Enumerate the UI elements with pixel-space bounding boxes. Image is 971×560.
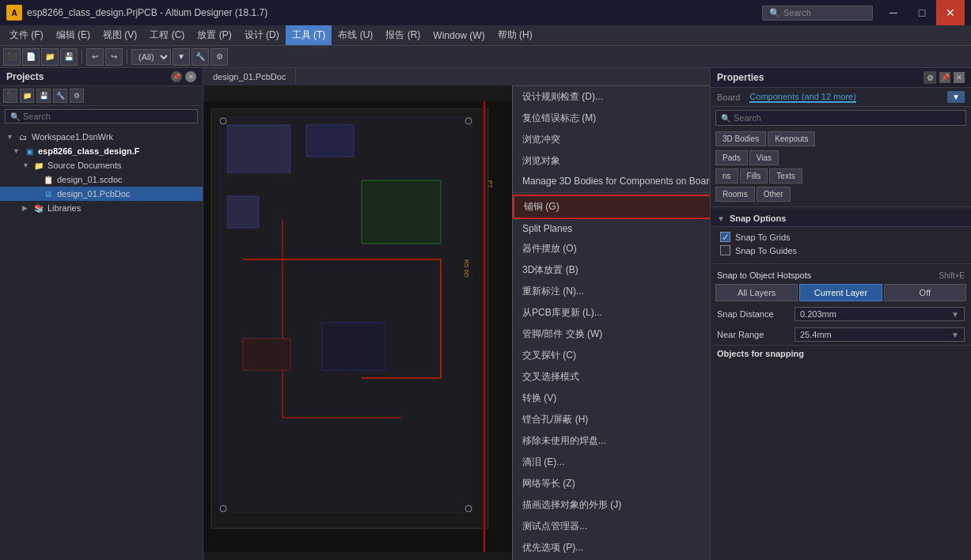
menu-item-cross-probe[interactable]: 交叉探针 (C) <box>513 345 710 366</box>
filter-pads[interactable]: Pads <box>715 150 748 165</box>
filter-texts[interactable]: Texts <box>769 168 802 184</box>
panel-pin-button[interactable]: 📌 <box>171 71 182 82</box>
filter-other[interactable]: Other <box>757 187 791 202</box>
tree-workspace[interactable]: ▼ 🗂 Workspace1.DsnWrk <box>0 130 203 144</box>
snap-to-guides-checkbox[interactable] <box>720 245 730 255</box>
projects-search-box[interactable]: 🔍 <box>5 109 198 123</box>
pcb-tab[interactable]: design_01.PcbDoc <box>203 69 296 85</box>
filter-vias[interactable]: Vias <box>749 150 779 165</box>
snap-distance-value[interactable]: 0.203mm ▼ <box>795 307 965 321</box>
menu-edit[interactable]: 编辑 (E) <box>50 25 97 45</box>
divider-1 <box>711 206 971 207</box>
proj-tb-btn-4[interactable]: 🔧 <box>53 89 67 103</box>
comp-filter-row-3: ns Fills Texts <box>711 167 971 185</box>
undo-button[interactable]: ↩ <box>86 48 104 66</box>
minimize-button[interactable]: ─ <box>879 0 908 25</box>
proj-tb-btn-3[interactable]: 💾 <box>36 89 51 103</box>
props-search-box[interactable]: 🔍 <box>715 110 966 126</box>
toolbar-btn-4[interactable]: 💾 <box>60 48 78 66</box>
menu-item-teardrops[interactable]: 滴泪 (E)... <box>513 452 710 473</box>
menu-item-browse-obj[interactable]: 浏览对象Shift+X <box>513 150 710 172</box>
menu-item-split-planes[interactable]: Split Planes▶ <box>513 219 710 238</box>
redo-button[interactable]: ↪ <box>105 48 123 66</box>
snap-current-layer-btn[interactable]: Current Layer <box>799 284 882 301</box>
toolbar-btn-1[interactable]: ⬛ <box>3 48 21 66</box>
tree-schdoc[interactable]: ▶ 📋 design_01.scdoc <box>0 172 203 187</box>
filter-keepouts[interactable]: Keepouts <box>768 131 815 146</box>
menu-place[interactable]: 放置 (P) <box>191 25 237 45</box>
tab-board[interactable]: Board <box>717 93 740 102</box>
menu-item-drc[interactable]: 设计规则检查 (D)... <box>513 86 710 108</box>
menu-item-preferences[interactable]: 优先选项 (P)... <box>513 537 710 558</box>
menu-item-update-lib[interactable]: 从PCB库更新 (L)... <box>513 302 710 324</box>
tree-expand-arrow: ▶ <box>22 204 30 212</box>
tree-source-docs[interactable]: ▼ 📁 Source Documents <box>0 158 203 172</box>
tab-components[interactable]: Components (and 12 more) <box>749 92 856 103</box>
schematic-icon: 📋 <box>43 174 54 185</box>
props-pin-button[interactable]: 📌 <box>939 72 950 83</box>
toolbar-btn-3[interactable]: 📁 <box>41 48 59 66</box>
filter-fills[interactable]: Fills <box>740 168 768 184</box>
menu-item-reset-err[interactable]: 复位错误标志 (M) <box>513 108 710 129</box>
projects-search-input[interactable] <box>23 112 192 121</box>
filter-3d-bodies[interactable]: 3D Bodies <box>715 131 766 146</box>
close-button[interactable]: ✕ <box>936 0 965 25</box>
menu-item-testpoint[interactable]: 测试点管理器... <box>513 516 710 537</box>
menu-item-3d-bodies[interactable]: Manage 3D Bodies for Components on Board… <box>513 172 710 191</box>
snap-options-header[interactable]: ▼ Snap Options <box>711 210 971 227</box>
workspace-label: Workspace1.DsnWrk <box>32 132 113 142</box>
menu-tools[interactable]: 工具 (T) <box>286 25 332 45</box>
snap-off-btn[interactable]: Off <box>884 284 966 301</box>
menu-route[interactable]: 布线 (U) <box>332 25 379 45</box>
snap-all-layers-btn[interactable]: All Layers <box>715 284 798 301</box>
filter-rooms[interactable]: Rooms <box>715 187 755 202</box>
filter-button[interactable]: ▼ <box>947 91 965 103</box>
proj-tb-btn-5[interactable]: ⚙ <box>70 89 84 103</box>
snap-dist-dropdown-arrow: ▼ <box>951 310 959 319</box>
toolbar-btn-2[interactable]: 📄 <box>22 48 40 66</box>
menu-view[interactable]: 视图 (V) <box>97 25 143 45</box>
proj-tb-btn-1[interactable]: ⬛ <box>3 89 17 103</box>
toolbar-sep-2 <box>127 50 127 64</box>
menu-help[interactable]: 帮助 (H) <box>491 25 539 45</box>
workspace-icon: 🗂 <box>17 131 28 142</box>
tree-project[interactable]: ▼ ▣ esp8266_class_design.F <box>0 144 203 158</box>
maximize-button[interactable]: □ <box>908 0 936 25</box>
menu-item-net-length[interactable]: 网络等长 (Z) <box>513 473 710 494</box>
menu-item-renumber[interactable]: 重新标注 (N)... <box>513 281 710 302</box>
search-icon: 🔍 <box>769 8 780 18</box>
props-settings-icon[interactable]: ⚙ <box>924 71 936 84</box>
menu-file[interactable]: 文件 (F) <box>3 25 50 45</box>
zoom-dropdown[interactable]: (All) <box>131 49 171 65</box>
menu-reports[interactable]: 报告 (R) <box>379 25 427 45</box>
menu-project[interactable]: 工程 (C) <box>143 25 191 45</box>
menu-item-browse-conflict[interactable]: 浏览冲突Shift+V <box>513 129 710 150</box>
props-search-input[interactable] <box>734 113 961 123</box>
menu-design[interactable]: 设计 (D) <box>238 25 286 45</box>
title-search[interactable]: 🔍 Search <box>762 6 873 21</box>
props-close-button[interactable]: ✕ <box>954 72 965 83</box>
menu-item-remove-pads[interactable]: 移除未使用的焊盘... <box>513 430 710 452</box>
menu-item-convert[interactable]: 转换 (V)▶ <box>513 388 710 409</box>
menu-item-cutout[interactable]: 镗合孔/屏蔽 (H)▶ <box>513 409 710 430</box>
snap-to-grids-checkbox[interactable]: ✓ <box>720 232 730 242</box>
menu-window[interactable]: Window (W) <box>427 27 491 44</box>
proj-tb-btn-2[interactable]: 📁 <box>20 89 34 103</box>
snap-to-guides-label: Snap To Guides <box>735 246 797 255</box>
menu-item-outline[interactable]: 描画选择对象的外形 (J) <box>513 494 710 516</box>
tree-libraries[interactable]: ▶ 📚 Libraries <box>0 201 203 215</box>
menu-item-copper-pour[interactable]: 铺铜 (G)▶ <box>513 195 710 219</box>
toolbar-filter-1[interactable]: ▼ <box>173 48 190 66</box>
filter-ns[interactable]: ns <box>715 168 738 184</box>
menu-item-pin-swap[interactable]: 管脚/部件 交换 (W)▶ <box>513 324 710 345</box>
near-range-value[interactable]: 25.4mm ▼ <box>795 327 965 342</box>
tree-pcbdoc[interactable]: ▶ 🖥 design_01.PcbDoc <box>0 187 203 201</box>
menu-item-3d-place[interactable]: 3D体放置 (B)▶ <box>513 259 710 281</box>
libraries-label: Libraries <box>47 203 81 213</box>
toolbar-filter-2[interactable]: 🔧 <box>192 48 209 66</box>
toolbar-filter-3[interactable]: ⚙ <box>211 48 228 66</box>
near-range-label: Near Range <box>717 330 788 339</box>
panel-close-button[interactable]: ✕ <box>185 71 196 82</box>
menu-item-cross-select[interactable]: 交叉选择模式Shift+Ctrl+X <box>513 366 710 388</box>
menu-item-component-place[interactable]: 器件摆放 (O)▶ <box>513 238 710 259</box>
